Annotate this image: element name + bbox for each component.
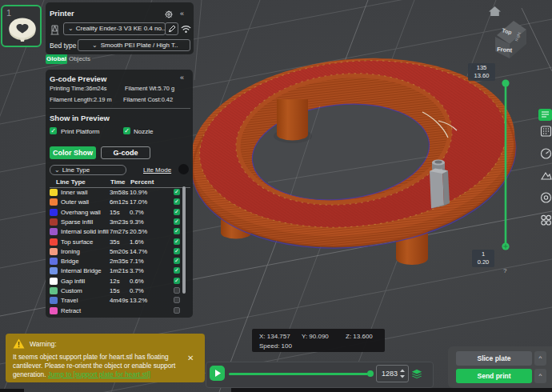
svg-text:Front: Front <box>497 46 513 54</box>
